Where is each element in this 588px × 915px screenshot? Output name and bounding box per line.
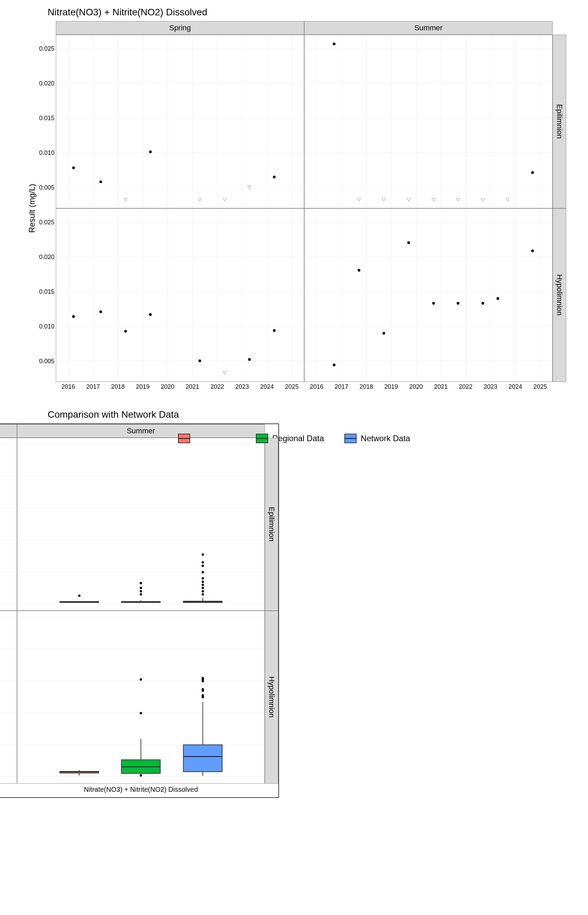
legend-item-regional: Regional Data: [256, 434, 324, 443]
data-point: [407, 241, 410, 244]
xticks-spring: 2016201720182019202020212022202320242025: [56, 382, 304, 396]
panel-spring-hypo: [56, 209, 304, 382]
scatter-grid: Result (mg/L) Spring Summer 0.0050.0100.…: [22, 21, 566, 396]
legend-swatch-network: [344, 434, 357, 443]
censored-point: [481, 198, 485, 202]
data-point: [149, 313, 152, 316]
data-point: [72, 167, 75, 169]
col-strip-summer: Summer: [304, 21, 552, 35]
data-point: [72, 315, 75, 318]
scatter-title: Nitrate(NO3) + Nitrite(NO2) Dissolved: [48, 7, 581, 18]
legend-swatch-regional: [256, 434, 268, 443]
boxplot-grid: Results (mg/L) Spring Summer 0.00.10.20.…: [0, 424, 279, 450]
yticks-top-epi: 0.0050.0100.0150.0200.025: [42, 35, 56, 209]
data-point: [457, 302, 459, 305]
data-point: [273, 176, 276, 178]
data-point: [432, 302, 435, 305]
panel-spring-epi: [56, 35, 304, 209]
panel-summer-epi: [304, 35, 552, 209]
col-strip-spring-b: Spring: [0, 424, 17, 438]
censored-point: [506, 198, 510, 202]
censored-point: [223, 198, 227, 202]
scatter-facet-chart: Nitrate(NO3) + Nitrite(NO2) Dissolved Re…: [7, 7, 581, 396]
data-point: [99, 180, 102, 183]
xticks-summer: 2016201720182019202020212022202320242025: [304, 382, 552, 396]
data-point: [383, 332, 385, 335]
data-point: [481, 302, 484, 305]
data-point: [248, 358, 251, 361]
censored-point: [431, 198, 436, 202]
legend-item-network: Network Data: [344, 434, 410, 443]
legend-label-regional: Regional Data: [272, 434, 324, 443]
censored-point: [247, 186, 252, 189]
data-point: [531, 171, 534, 174]
bpanel-summer-epi: [17, 438, 265, 450]
col-strip-spring: Spring: [56, 21, 304, 35]
col-strip-summer-b: Summer: [17, 424, 265, 438]
data-point: [149, 150, 152, 153]
censored-point: [124, 198, 128, 202]
row-strip-epi: Epilimnion: [552, 35, 566, 209]
panel-summer-hypo: [304, 209, 552, 382]
data-point: [531, 249, 534, 252]
legend-label-network: Network Data: [361, 434, 410, 443]
censored-point: [223, 371, 227, 375]
row-strip-hypo: Hypolimnion: [552, 209, 566, 382]
data-point: [358, 269, 360, 272]
data-point: [273, 329, 276, 332]
censored-point: [407, 198, 411, 202]
data-point: [333, 364, 336, 366]
censored-point: [456, 198, 460, 202]
data-point: [99, 310, 102, 313]
yticks-top-hypo: 0.0050.0100.0150.0200.025: [42, 209, 56, 382]
boxplot-title: Comparison with Network Data: [48, 409, 581, 420]
bpanel-spring-epi: [0, 438, 17, 450]
data-point: [199, 359, 201, 362]
legend-swatch-diana: [178, 434, 190, 443]
censored-point: [198, 198, 202, 202]
data-point: [333, 42, 336, 45]
boxplot-facet-chart: Comparison with Network Data Results (mg…: [7, 409, 581, 420]
censored-point: [357, 198, 361, 202]
censored-point: [382, 198, 386, 202]
data-point: [496, 297, 499, 300]
data-point: [124, 330, 127, 333]
